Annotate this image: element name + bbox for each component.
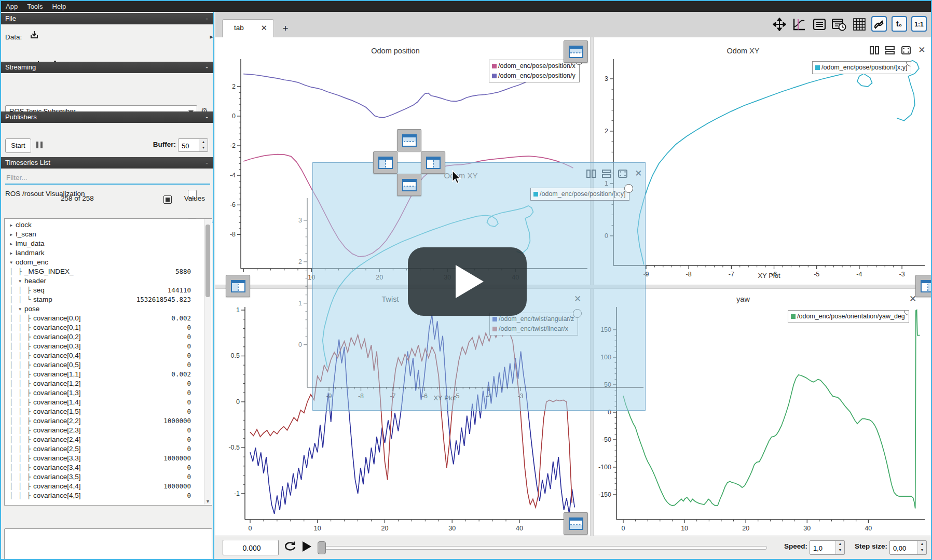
tree-label[interactable]: clock xyxy=(16,221,32,229)
tree-row[interactable]: ││├covariance[1,2]0 xyxy=(7,379,212,388)
tree-expander-icon[interactable]: ├ xyxy=(24,323,33,332)
collapse-icon[interactable]: - xyxy=(205,157,208,169)
start-button[interactable]: Start xyxy=(5,138,31,153)
ghost-legend[interactable]: /odom_enc/pose/position/[x;y] xyxy=(530,188,629,201)
tree-expander-icon[interactable]: ▾ xyxy=(16,304,24,314)
tree-label[interactable]: header xyxy=(24,277,46,285)
dock-left-indicator[interactable] xyxy=(226,275,250,297)
split-horizontal-icon[interactable] xyxy=(869,46,880,56)
close-pane-icon[interactable]: ✕ xyxy=(916,46,927,56)
tree-label[interactable]: seq xyxy=(33,286,45,294)
tree-label[interactable]: covariance[0,5] xyxy=(33,361,81,369)
filter-input[interactable] xyxy=(5,172,210,185)
tree-expander-icon[interactable]: ├ xyxy=(24,407,33,416)
legend-entry[interactable]: /odom_enc/pose/orientation/yaw_deg xyxy=(791,312,905,321)
tree-row[interactable]: ││├covariance[1,1]0.002 xyxy=(7,370,212,379)
slider-handle[interactable] xyxy=(318,541,326,554)
custom-series-list[interactable] xyxy=(4,528,212,560)
tree-scrollbar[interactable]: ▼ xyxy=(204,219,211,505)
list-view-icon[interactable] xyxy=(812,16,827,32)
tree-expander-icon[interactable]: ├ xyxy=(24,286,33,295)
split-vertical-icon[interactable] xyxy=(601,169,612,179)
tree-label[interactable]: f_scan xyxy=(16,230,36,238)
timeline-slider[interactable] xyxy=(318,546,767,550)
tree-expander-icon[interactable]: ├ xyxy=(24,472,33,482)
play-icon[interactable] xyxy=(303,541,311,552)
spin-arrows-icon[interactable]: ▲▼ xyxy=(835,541,844,554)
spin-arrows-icon[interactable]: ▲▼ xyxy=(917,541,926,554)
tree-expander-icon[interactable]: ▾ xyxy=(16,276,24,286)
yaw-legend[interactable]: /odom_enc/pose/orientation/yaw_deg xyxy=(788,310,909,323)
tree-row[interactable]: ▸f_scan xyxy=(7,230,212,239)
dock-right-indicator[interactable] xyxy=(421,151,445,174)
tree-row[interactable]: │▾header xyxy=(7,276,212,286)
tree-expander-icon[interactable]: ├ xyxy=(24,360,33,370)
collapse-icon[interactable]: - xyxy=(205,111,208,123)
scrollbar-down-icon[interactable]: ▼ xyxy=(204,499,211,504)
values-checkbox[interactable] xyxy=(163,195,172,204)
tree-row[interactable]: ││├covariance[0,1]0 xyxy=(7,323,212,332)
tree-row[interactable]: ││└stamp1532618545.823 xyxy=(7,295,212,304)
tree-row[interactable]: ││├covariance[4,4]1000000 xyxy=(7,482,212,491)
tree-row[interactable]: ││├covariance[1,4]0 xyxy=(7,398,212,407)
tree-label[interactable]: _MSG_INDEX_ xyxy=(24,268,74,275)
tree-expander-icon[interactable]: ├ xyxy=(24,463,33,472)
load-data-icon[interactable] xyxy=(29,30,39,45)
menu-tools[interactable]: Tools xyxy=(22,1,47,12)
tree-row[interactable]: ▸landmark xyxy=(7,248,212,258)
tree-row[interactable]: ││├covariance[0,5]0 xyxy=(7,360,212,370)
legend-entry[interactable]: /odom_enc/pose/position/y xyxy=(492,71,575,81)
collapse-icon[interactable]: - xyxy=(205,62,208,73)
tree-row[interactable]: ││├covariance[3,5]0 xyxy=(7,472,212,482)
section-header-streaming[interactable]: Streaming - xyxy=(1,62,213,73)
tree-label[interactable]: stamp xyxy=(33,296,52,303)
dock-bottom-indicator[interactable] xyxy=(564,512,588,535)
section-header-file[interactable]: File - xyxy=(1,13,213,24)
tree-expander-icon[interactable]: ├ xyxy=(24,491,33,500)
spin-arrows-icon[interactable]: ▲▼ xyxy=(199,139,208,151)
tree-label[interactable]: covariance[2,3] xyxy=(33,426,81,434)
tree-expander-icon[interactable]: ├ xyxy=(24,416,33,426)
tree-expander-icon[interactable]: ▸ xyxy=(7,230,16,239)
section-header-timeseries[interactable]: Timeseries List - xyxy=(1,157,213,169)
current-time-box[interactable] xyxy=(223,540,279,555)
tree-expander-icon[interactable]: ├ xyxy=(24,370,33,379)
tree-label[interactable]: covariance[1,3] xyxy=(33,389,81,397)
tree-expander-icon[interactable]: ├ xyxy=(24,435,33,444)
tree-label[interactable]: covariance[0,4] xyxy=(33,352,81,359)
tree-label[interactable]: covariance[1,2] xyxy=(33,380,81,387)
pause-button[interactable] xyxy=(35,142,44,150)
tree-label[interactable]: covariance[2,2] xyxy=(33,417,81,425)
tree-label[interactable]: covariance[0,0] xyxy=(33,314,81,322)
tree-label[interactable]: covariance[3,3] xyxy=(33,454,81,462)
tree-row[interactable]: ││├covariance[0,3]0 xyxy=(7,342,212,351)
tree-row[interactable]: ││├covariance[1,3]0 xyxy=(7,388,212,398)
tree-label[interactable]: covariance[3,5] xyxy=(33,473,81,481)
legend-entry[interactable]: /odom_enc/pose/position/[x;y] xyxy=(815,63,907,73)
tree-row[interactable]: ▸clock xyxy=(7,220,212,230)
timeseries-tree[interactable]: ▸clock▸f_scan▸imu_data▸landmark▾odom_enc… xyxy=(4,218,212,506)
split-horizontal-icon[interactable] xyxy=(585,169,597,179)
tree-label[interactable]: pose xyxy=(24,305,39,313)
tree-label[interactable]: covariance[0,1] xyxy=(33,324,81,331)
current-time-input[interactable] xyxy=(223,540,280,556)
video-play-button[interactable] xyxy=(408,247,527,316)
odom_position-legend[interactable]: /odom_enc/pose/position/x/odom_enc/pose/… xyxy=(489,60,580,82)
tree-expander-icon[interactable]: ▸ xyxy=(7,220,16,230)
tree-row[interactable]: │▾pose xyxy=(7,304,212,314)
tab-close-icon[interactable]: ✕ xyxy=(261,23,267,33)
tree-row[interactable]: ││├covariance[0,4]0 xyxy=(7,351,212,360)
tree-row[interactable]: ││├covariance[3,3]1000000 xyxy=(7,454,212,463)
dock-right-indicator[interactable] xyxy=(915,275,932,297)
tree-expander-icon[interactable]: ├ xyxy=(24,454,33,463)
tree-label[interactable]: covariance[1,5] xyxy=(33,408,81,415)
step-size-spinbox[interactable]: ▲▼ xyxy=(889,540,927,555)
tree-row[interactable]: ││├covariance[4,5]0 xyxy=(7,491,212,500)
tree-expander-icon[interactable]: └ xyxy=(24,295,33,304)
tree-row[interactable]: │├_MSG_INDEX_5880 xyxy=(7,267,212,276)
collapse-icon[interactable]: - xyxy=(205,13,208,24)
curve-tracker-icon[interactable] xyxy=(791,16,807,32)
date-time-icon[interactable] xyxy=(831,16,847,32)
tree-expander-icon[interactable]: ├ xyxy=(24,379,33,388)
tree-row[interactable]: ││├covariance[0,0]0.002 xyxy=(7,314,212,323)
